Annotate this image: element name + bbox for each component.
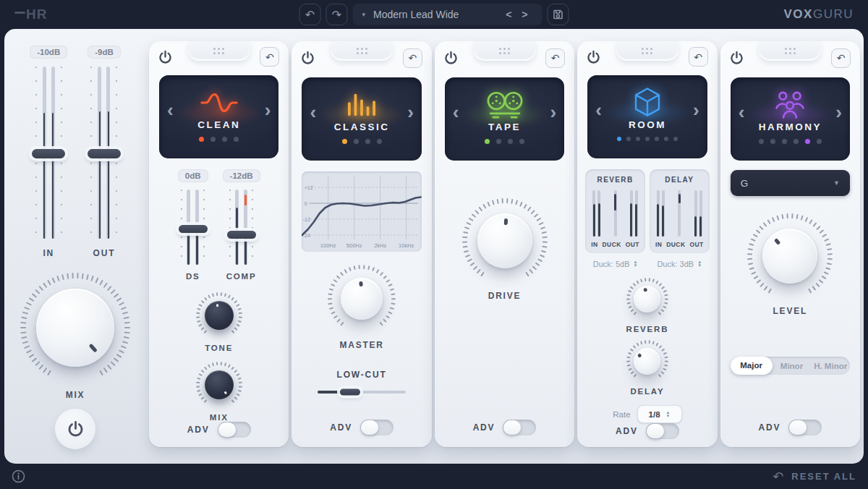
drag-handle[interactable] <box>759 41 821 61</box>
adv-toggle[interactable] <box>788 420 822 435</box>
grip-dots-icon <box>499 48 510 54</box>
module-reset-button[interactable]: ↶ <box>260 47 279 67</box>
effect-pagination-dots[interactable] <box>342 139 382 144</box>
module-reset-button[interactable]: ↶ <box>689 47 708 67</box>
eq-curve[interactable] <box>302 197 421 236</box>
module-reset-button[interactable]: ↶ <box>403 48 422 68</box>
reverb-knob-block: REVERB <box>577 278 717 333</box>
module-power-button[interactable] <box>730 51 744 65</box>
drag-handle[interactable] <box>616 41 678 61</box>
next-effect-chevron[interactable]: › <box>835 103 842 122</box>
info-button[interactable] <box>12 469 25 483</box>
stepper-arrows-icon[interactable]: ▲▼ <box>697 260 702 268</box>
tone-knob[interactable] <box>196 292 242 339</box>
drive-knob[interactable] <box>462 198 548 284</box>
next-effect-chevron[interactable]: › <box>550 103 557 122</box>
preset-next-button[interactable]: > <box>516 9 532 20</box>
ds-fader-label: DS <box>186 272 200 281</box>
reset-icon: ↶ <box>551 53 560 63</box>
redo-button[interactable]: ↷ <box>326 4 348 25</box>
module-power-button[interactable] <box>301 51 315 65</box>
voxguru-brand: VOXGURU <box>784 7 854 22</box>
slider-handle[interactable] <box>340 389 360 396</box>
prev-effect-chevron[interactable]: ‹ <box>739 103 745 122</box>
fader-handle[interactable] <box>88 149 121 158</box>
scale-option-major[interactable]: Major <box>731 357 773 375</box>
save-preset-button[interactable] <box>548 4 569 25</box>
module-header: ↶ <box>577 41 717 67</box>
toggle-knob <box>361 420 378 435</box>
brand-bold: VOX <box>784 7 813 21</box>
undo-button[interactable]: ↶ <box>299 4 321 25</box>
preset-prev-button[interactable]: < <box>501 9 516 20</box>
scale-option-minor[interactable]: Minor <box>773 362 812 370</box>
module-screen: ‹ › ROOM <box>587 75 707 158</box>
module-reset-button[interactable]: ↶ <box>831 48 851 68</box>
input-value-badge: -10dB <box>30 46 67 59</box>
module-screen: ‹ › CLEAN <box>159 75 278 158</box>
delay-knob[interactable] <box>626 340 668 382</box>
fader-handle[interactable] <box>32 149 65 158</box>
stepper-arrows-icon[interactable]: ▲▼ <box>633 260 637 268</box>
ds-fader[interactable] <box>181 190 205 265</box>
effect-name: TAPE <box>488 122 521 132</box>
scale-option-h-minor[interactable]: H. Minor <box>811 362 850 370</box>
next-effect-chevron[interactable]: › <box>265 101 271 119</box>
fader-handle[interactable] <box>227 231 256 239</box>
adv-toggle[interactable] <box>503 420 536 435</box>
drag-handle[interactable] <box>331 41 393 61</box>
reverb-duck-stepper[interactable]: Duck: 5dB ▲▼ <box>585 260 645 268</box>
output-value-badge: -9dB <box>88 46 121 59</box>
level-knob[interactable] <box>747 213 833 299</box>
global-power-button[interactable] <box>55 409 95 449</box>
level-label: LEVEL <box>773 306 807 316</box>
effect-pagination-dots[interactable] <box>617 137 678 141</box>
scale-segmented-control: Major Minor H. Minor <box>731 357 850 375</box>
module-power-button[interactable] <box>444 51 458 65</box>
reset-all-button[interactable]: ↶ RESET ALL <box>773 469 856 485</box>
stepper-arrows-icon[interactable]: ▲▼ <box>666 411 671 418</box>
global-mix-knob-block: MIX <box>4 273 146 400</box>
key-value: G <box>741 178 749 189</box>
next-effect-chevron[interactable]: › <box>407 103 414 122</box>
clean-mix-knob[interactable] <box>196 362 242 408</box>
effect-name: ROOM <box>629 119 666 130</box>
duck-steppers: Duck: 5dB ▲▼ Duck: 3dB ▲▼ <box>585 260 709 268</box>
prev-effect-chevron[interactable]: ‹ <box>310 103 316 122</box>
reverb-meter-title: REVERB <box>597 176 634 184</box>
logo-bar <box>14 12 25 14</box>
prev-effect-chevron[interactable]: ‹ <box>595 101 602 119</box>
rate-stepper[interactable]: 1/8 ▲▼ <box>637 405 682 423</box>
prev-effect-chevron[interactable]: ‹ <box>167 101 174 119</box>
module-reset-button[interactable]: ↶ <box>545 48 565 68</box>
output-fader[interactable] <box>90 67 117 239</box>
preset-selector[interactable]: ▾ Modern Lead Wide < > <box>353 4 542 25</box>
adv-toggle[interactable] <box>218 422 251 438</box>
drag-handle[interactable] <box>188 41 250 61</box>
lowcut-slider[interactable] <box>318 391 406 394</box>
delay-duck-stepper[interactable]: Duck: 3dB ▲▼ <box>650 260 710 268</box>
adv-toggle[interactable] <box>646 423 679 439</box>
comp-fader[interactable] <box>229 190 253 265</box>
reverb-knob[interactable] <box>626 278 668 320</box>
module-screen: ‹ › CLASSIC <box>302 77 421 161</box>
module-power-button[interactable] <box>158 50 172 64</box>
key-dropdown[interactable]: G ▼ <box>731 170 850 196</box>
adv-toggle[interactable] <box>360 420 393 435</box>
module-power-button[interactable] <box>587 50 600 64</box>
reset-icon: ↶ <box>265 52 274 62</box>
prev-effect-chevron[interactable]: ‹ <box>453 103 459 122</box>
fader-handle[interactable] <box>179 225 208 233</box>
effect-pagination-dots[interactable] <box>199 137 239 142</box>
effect-pagination-dots[interactable] <box>759 139 822 144</box>
global-mix-knob[interactable] <box>20 273 130 383</box>
comp-fader-label: COMP <box>226 272 257 281</box>
master-knob[interactable] <box>328 265 396 333</box>
delay-meter-panel: DELAY IN DUCK OUT <box>650 169 710 253</box>
next-effect-chevron[interactable]: › <box>693 101 699 119</box>
meter-col-label: DUCK <box>666 241 685 248</box>
drag-handle[interactable] <box>474 41 536 61</box>
input-fader[interactable] <box>35 67 62 239</box>
lowcut-label: LOW-CUT <box>292 370 431 380</box>
effect-pagination-dots[interactable] <box>485 139 524 144</box>
